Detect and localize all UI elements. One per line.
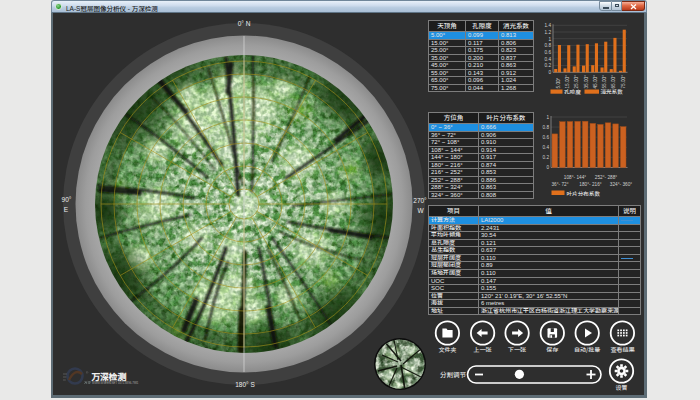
svg-text:324°- 360°: 324°- 360° [610,182,632,187]
svg-text:保存: 保存 [546,345,558,354]
svg-text:1.4: 1.4 [544,23,551,28]
svg-text:0.6: 0.6 [544,50,551,55]
svg-text:0.2: 0.2 [544,63,551,68]
svg-text:0.8: 0.8 [544,43,551,48]
svg-text:35.00°: 35.00° [584,75,589,89]
svg-text:孔隙度: 孔隙度 [564,88,581,96]
svg-text:180°- 216°: 180°- 216° [579,182,601,187]
svg-text:设置: 设置 [615,383,627,392]
svg-text:5.00°: 5.00° [556,77,561,88]
svg-text:1: 1 [548,37,551,42]
svg-text:E: E [64,206,69,213]
svg-text:90°: 90° [62,196,72,203]
svg-text:36°- 72°: 36°- 72° [551,182,568,187]
svg-text:W: W [417,207,424,214]
svg-text:WWW.WSEEN.NET 0571-8896-7981: WWW.WSEEN.NET 0571-8896-7981 [92,381,139,385]
svg-text:15.00°: 15.00° [565,75,570,89]
svg-text:55.00°: 55.00° [602,75,607,89]
svg-text:0° N: 0° N [238,20,251,27]
svg-text:108°- 144°: 108°- 144° [564,175,586,180]
svg-text:分割调节: 分割调节 [440,369,467,379]
svg-text:0.4: 0.4 [544,57,551,62]
svg-text:180° S: 180° S [235,381,255,388]
svg-text:252°- 288°: 252°- 288° [595,175,617,180]
svg-text:自动/批量: 自动/批量 [574,345,600,354]
svg-text:45.00°: 45.00° [593,75,598,89]
svg-text:0.6: 0.6 [542,135,549,140]
svg-text:0: 0 [548,70,551,75]
svg-text:65.00°: 65.00° [611,75,616,89]
svg-text:消光系数: 消光系数 [601,88,624,96]
svg-text:25.00°: 25.00° [574,75,579,89]
svg-text:1.2: 1.2 [544,30,551,35]
svg-text:1: 1 [546,115,549,120]
svg-text:0: 0 [546,165,549,170]
svg-text:叶片分布系数: 叶片分布系数 [567,190,601,198]
svg-text:0.2: 0.2 [542,155,549,160]
svg-text:270°: 270° [413,197,427,204]
svg-text:下一张: 下一张 [508,345,526,354]
svg-text:上一张: 上一张 [474,345,492,354]
svg-text:75.00°: 75.00° [621,75,626,89]
svg-text:0.8: 0.8 [542,125,549,130]
svg-text:®: ® [86,371,89,375]
svg-text:文件夹: 文件夹 [438,345,456,354]
svg-text:万深: 万深 [84,380,91,385]
svg-text:0.4: 0.4 [542,145,549,150]
svg-text:查看结果: 查看结果 [610,345,635,354]
